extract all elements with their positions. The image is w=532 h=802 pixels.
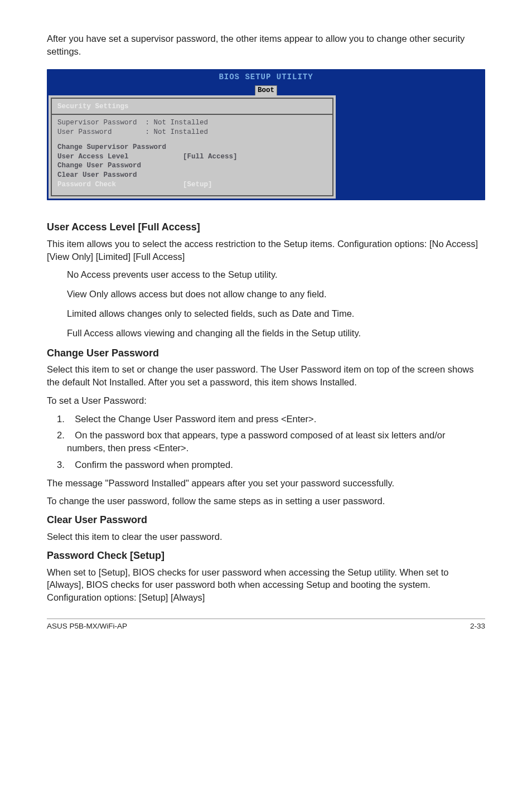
desc-view-only: View Only allows access but does not all… [67, 288, 485, 301]
desc-limited: Limited allows changes only to selected … [67, 307, 485, 320]
bios-header: BIOS SETUP UTILITY Boot [49, 71, 483, 96]
bios-tab-boot: Boot [255, 85, 277, 95]
desc-full-access: Full Access allows viewing and changing … [67, 327, 485, 340]
bios-change-user-password: Change User Password [57, 161, 327, 171]
intro-text: After you have set a supervisor password… [47, 32, 485, 58]
para-to-change: To change the user password, follow the … [47, 495, 485, 508]
heading-change-user-password: Change User Password [47, 346, 485, 360]
footer-page-number: 2-33 [470, 621, 485, 632]
desc-no-access: No Access prevents user access to the Se… [67, 268, 485, 281]
footer-doc-title: ASUS P5B-MX/WiFi-AP [47, 621, 127, 632]
para-change-user-desc: Select this item to set or change the us… [47, 363, 485, 389]
step-2: On the password box that appears, type a… [47, 429, 485, 455]
bios-section-title: Security Settings [57, 102, 327, 112]
bios-change-supervisor-password: Change Supervisor Password [57, 143, 327, 152]
bios-user-password: User Password : Not Installed [57, 128, 327, 137]
bios-panel: Security Settings Supervisor Password : … [51, 98, 333, 196]
step-1: Select the Change User Password item and… [47, 413, 485, 426]
heading-user-access-level: User Access Level [Full Access] [47, 220, 485, 234]
para-user-access-desc: This item allows you to select the acces… [47, 238, 485, 263]
step-3: Confirm the password when prompted. [47, 458, 485, 471]
bios-screenshot: BIOS SETUP UTILITY Boot Security Setting… [47, 69, 485, 201]
bios-password-check: Password Check [Setup] [57, 180, 327, 190]
bios-clear-user-password: Clear User Password [57, 171, 327, 180]
heading-password-check: Password Check [Setup] [47, 549, 485, 563]
steps-list: Select the Change User Password item and… [47, 413, 485, 471]
para-installed-msg: The message "Password Installed" appears… [47, 477, 485, 490]
bios-help-panel [336, 95, 483, 199]
para-password-check: When set to [Setup], BIOS checks for use… [47, 566, 485, 604]
heading-clear-user-password: Clear User Password [47, 513, 485, 527]
bios-title: BIOS SETUP UTILITY [49, 72, 483, 83]
bios-supervisor-password: Supervisor Password : Not Installed [57, 118, 327, 128]
bios-user-access-level: User Access Level [Full Access] [57, 152, 327, 162]
para-to-set: To set a User Password: [47, 394, 485, 407]
page-footer: ASUS P5B-MX/WiFi-AP 2-33 [47, 619, 485, 632]
para-clear-user: Select this item to clear the user passw… [47, 530, 485, 543]
